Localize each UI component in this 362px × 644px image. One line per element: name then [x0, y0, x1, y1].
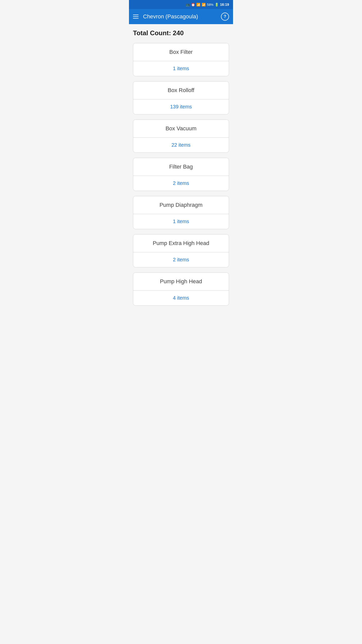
category-count: 1 items — [133, 61, 229, 76]
battery-label: 58% — [207, 3, 213, 7]
menu-button[interactable] — [133, 15, 139, 19]
category-name: Pump High Head — [133, 273, 229, 291]
category-count: 2 items — [133, 252, 229, 267]
category-count: 4 items — [133, 291, 229, 305]
category-name: Pump Extra High Head — [133, 234, 229, 252]
alarm-icon: ⏰ — [191, 3, 195, 7]
status-icons: 📺 ⏰ 📶 📶 58% 🔋 16:19 — [186, 3, 229, 7]
category-card[interactable]: Pump Extra High Head2 items — [133, 234, 229, 267]
category-count: 22 items — [133, 138, 229, 152]
category-card[interactable]: Pump High Head4 items — [133, 272, 229, 306]
app-bar-left: Chevron (Pascagoula) — [133, 13, 198, 20]
category-name: Pump Diaphragm — [133, 196, 229, 214]
category-name: Box Rolloff — [133, 82, 229, 99]
app-title: Chevron (Pascagoula) — [143, 13, 198, 20]
category-card[interactable]: Filter Bag2 items — [133, 158, 229, 191]
category-list: Box Filter1 itemsBox Rolloff139 itemsBox… — [133, 43, 229, 306]
category-count: 2 items — [133, 176, 229, 191]
total-count: Total Count: 240 — [133, 29, 229, 37]
category-count: 139 items — [133, 99, 229, 114]
category-count: 1 items — [133, 214, 229, 229]
category-name: Box Filter — [133, 43, 229, 61]
category-card[interactable]: Box Filter1 items — [133, 43, 229, 76]
battery-icon: 🔋 — [215, 3, 219, 7]
hamburger-line-2 — [133, 16, 139, 17]
main-content: Total Count: 240 Box Filter1 itemsBox Ro… — [129, 24, 233, 316]
status-bar: 📺 ⏰ 📶 📶 58% 🔋 16:19 — [129, 0, 233, 9]
category-card[interactable]: Pump Diaphragm1 items — [133, 196, 229, 229]
category-name: Filter Bag — [133, 158, 229, 176]
app-bar: Chevron (Pascagoula) ? — [129, 9, 233, 24]
help-button[interactable]: ? — [221, 13, 229, 21]
wifi-icon: 📶 — [196, 3, 200, 7]
category-card[interactable]: Box Vacuum22 items — [133, 119, 229, 153]
category-name: Box Vacuum — [133, 120, 229, 138]
category-card[interactable]: Box Rolloff139 items — [133, 81, 229, 114]
status-time: 16:19 — [220, 3, 229, 7]
signal-icon: 📶 — [202, 3, 206, 7]
cast-icon: 📺 — [186, 3, 190, 7]
hamburger-line-3 — [133, 18, 139, 19]
hamburger-line-1 — [133, 15, 139, 15]
